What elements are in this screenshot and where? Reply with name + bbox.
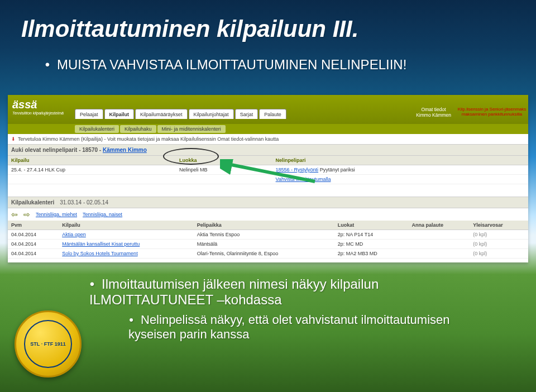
col-kilpailu: Kilpailu <box>59 221 194 230</box>
cal-pvm: 04.04.2014 <box>8 230 59 240</box>
col-yleis: Yleisarvosar <box>470 221 528 230</box>
cal-pal: (0 kpl) <box>470 240 528 249</box>
nav-omat-label: Omat tiedot <box>416 107 451 112</box>
calendar-header-row: Pvm Kilpailu Pelipaikka Luokat Anna pala… <box>8 221 528 230</box>
cal-luokat: 2p: MA2 MB3 MD <box>334 249 409 259</box>
nav-lisenssi[interactable]: Kilp.lisenssin ja Seniori-jäsenmaks maks… <box>456 107 528 117</box>
welcome-text: Tervetuloa Kimmo Kämmen (Kilpailija) - V… <box>18 136 279 142</box>
calendar-nav: ⇦ ⇨ Tennisliiga, miehet Tennisliiga, nai… <box>8 208 528 221</box>
cal-luokat: 2p: NA P14 T14 <box>334 230 409 240</box>
nav-lisenssi-l2: maksaminen pankkitunnuksilla <box>456 112 528 117</box>
calendar-tab-miehet[interactable]: Tennisliiga, miehet <box>36 212 77 217</box>
calendar-header: Kilpailukalenteri 31.03.14 - 02.05.14 <box>8 197 528 208</box>
calendar-title: Kilpailukalenteri <box>11 199 54 205</box>
calendar-row: 04.04.2014 Solo by Sokos Hotels Tourname… <box>8 249 528 259</box>
pairs-table: Kilpailu Luokka Nelinpelipari 25.4. - 27… <box>8 156 528 184</box>
primary-nav: Pelaajat Kilpailut Kilpailumääräykset Ki… <box>75 95 528 124</box>
col-pvm: Pvm <box>8 221 59 230</box>
bullet-dot: • <box>45 57 50 73</box>
bullet-dot: • <box>89 276 95 292</box>
bullet-reminder-text: MUISTA VAHVISTAA ILMOITTAUTUMINEN NELINP… <box>57 57 406 72</box>
cal-kilpailu-link[interactable]: Solo by Sokos Hotels Tournament <box>62 251 137 256</box>
pairs-row-kilpailu: 25.4. - 27.4.14 HLK Cup <box>8 165 176 175</box>
bullet-sub: •Nelinpelissä näkyy, että olet vahvistan… <box>128 313 486 342</box>
col-pelipaikka: Pelipaikka <box>194 221 334 230</box>
federation-badge-text: STL · FTF 1911 <box>24 320 72 368</box>
cal-pvm: 04.04.2014 <box>8 249 59 259</box>
pairs-row-luokka: Nelinpeli MB <box>176 165 272 175</box>
calendar-row: 04.04.2014 Mäntsälän kansalliset Kisat p… <box>8 240 528 249</box>
prev-icon[interactable]: ⇦ <box>11 210 18 219</box>
bullet-sub-text: Nelinpelissä näkyy, että olet vahvistanu… <box>128 313 450 341</box>
confirm-registration-link[interactable]: Vahvista ilmoittautumalla <box>276 176 331 182</box>
pairs-row-status: Pyytänyt pariksi <box>320 167 355 173</box>
alert-icon: ⬇ <box>11 136 16 142</box>
nav-palaute[interactable]: Palaute <box>259 109 286 119</box>
cal-kilpailu-link[interactable]: Aktia open <box>62 232 86 237</box>
calendar-table: Pvm Kilpailu Pelipaikka Luokat Anna pala… <box>8 221 528 259</box>
nav-pelaajat[interactable]: Pelaajat <box>75 109 103 119</box>
bullet-reminder: •MUISTA VAHVISTAA ILMOITTAUTUMINEN NELIN… <box>45 57 406 73</box>
cal-kilpailu-link[interactable]: Mäntsälän kansalliset Kisat peruttu <box>62 241 140 247</box>
cal-paikka: Aktia Tennis Espoo <box>194 230 334 240</box>
calendar-daterange: 31.03.14 - 02.05.14 <box>60 199 108 205</box>
col-luokka: Luokka <box>176 156 272 165</box>
welcome-bar: ⬇ Tervetuloa Kimmo Kämmen (Kilpailija) -… <box>8 134 528 145</box>
nav-sarjat[interactable]: Sarjat <box>235 109 259 119</box>
col-kilpailu: Kilpailu <box>8 156 176 165</box>
app-logo-sub: Tennisliiton kilpailujärjestelmä <box>12 111 70 115</box>
cal-paikka: Mäntsälä <box>194 240 334 249</box>
cal-pal: (0 kpl) <box>470 249 528 259</box>
pairs-row-pari: 18556 - Rystylyönti Pyytänyt pariksi <box>272 165 510 175</box>
pairs-row: 25.4. - 27.4.14 HLK Cup Nelinpeli MB 185… <box>8 165 528 175</box>
pairs-header-row: Kilpailu Luokka Nelinpelipari <box>8 156 528 165</box>
nav-kilpailut[interactable]: Kilpailut <box>104 109 135 119</box>
nav-kilpailumaaraykset[interactable]: Kilpailumääräykset <box>135 109 188 119</box>
cal-pal: (0 kpl) <box>470 230 528 240</box>
app-header: ässä Tennisliiton kilpailujärjestelmä Pe… <box>8 95 528 124</box>
cal-pvm: 04.04.2014 <box>8 240 59 249</box>
col-palaute: Anna palaute <box>409 221 470 230</box>
cal-luokat: 2p: MC MD <box>334 240 409 249</box>
pairs-row-pari-link[interactable]: 18556 - Rystylyönti <box>276 167 319 173</box>
col-nelinpelipari: Nelinpelipari <box>272 156 528 165</box>
secondary-nav: Kilpailukalenteri Kilpailuhaku Mini- ja … <box>8 124 528 134</box>
pairs-title-prefix: Auki olevat nelinpeliparit - 18570 - <box>11 147 103 153</box>
pairs-confirm-row: Vahvista ilmoittautumalla <box>8 175 528 184</box>
subnav-mini[interactable]: Mini- ja miditenniskalenteri <box>157 125 226 133</box>
bullet-result: •Ilmoittautumisen jälkeen nimesi näkyy k… <box>89 276 502 308</box>
nav-kilpailunjohtajat[interactable]: Kilpailunjohtajat <box>189 109 234 119</box>
next-icon[interactable]: ⇨ <box>23 210 30 219</box>
cal-paikka: Olari-Tennis, Olarinniityntie 8, Espoo <box>194 249 334 259</box>
calendar-row: 04.04.2014 Aktia open Aktia Tennis Espoo… <box>8 230 528 240</box>
pairs-panel-title: Auki olevat nelinpeliparit - 18570 - Käm… <box>8 145 528 156</box>
subnav-kalenteri[interactable]: Kilpailukalenteri <box>75 125 119 133</box>
app-screenshot: ässä Tennisliiton kilpailujärjestelmä Pe… <box>8 95 528 262</box>
federation-badge: STL · FTF 1911 <box>15 310 82 377</box>
subnav-haku[interactable]: Kilpailuhaku <box>120 125 156 133</box>
bullet-result-text: Ilmoittautumisen jälkeen nimesi näkyy ki… <box>89 276 379 307</box>
nav-omat-user: Kimmo Kämmen <box>416 112 451 118</box>
calendar-tab-naiset[interactable]: Tennisliiga, naiset <box>83 212 122 217</box>
col-luokat: Luokat <box>334 221 409 230</box>
app-logo: ässä Tennisliiton kilpailujärjestelmä <box>8 95 75 124</box>
pairs-title-link[interactable]: Kämmen Kimmo <box>103 147 147 153</box>
nav-omat-tiedot[interactable]: Omat tiedot Kimmo Kämmen <box>413 107 454 118</box>
nav-lisenssi-l1: Kilp.lisenssin ja Seniori-jäsenmaks <box>456 107 528 112</box>
bullet-dot: • <box>128 313 134 327</box>
slide-title: Ilmoittautuminen kilpailuun III. <box>21 16 358 42</box>
app-logo-title: ässä <box>12 98 70 111</box>
